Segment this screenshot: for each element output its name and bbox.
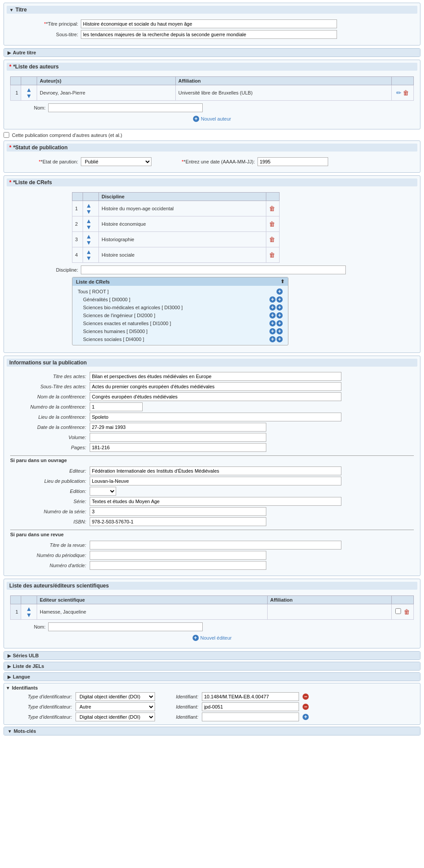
- date-conference-input[interactable]: [90, 423, 266, 432]
- editeur-up-btn[interactable]: ▲: [26, 606, 32, 612]
- editeur-delete-icon[interactable]: 🗑: [404, 608, 410, 615]
- titre-actes-input[interactable]: [90, 372, 341, 381]
- serie-label: Série:: [10, 499, 90, 504]
- crefs-add-di4000-btn[interactable]: +: [269, 336, 276, 342]
- crefs-down-btn[interactable]: ▼: [86, 255, 92, 261]
- crefs-up-btn[interactable]: ▲: [86, 218, 92, 224]
- langue-header[interactable]: Langue: [4, 673, 420, 681]
- etat-select[interactable]: Publié Non publié En cours: [81, 157, 151, 166]
- crefs-down-btn[interactable]: ▼: [86, 224, 92, 230]
- autre-titre-header[interactable]: Autre titre: [4, 49, 420, 57]
- pages-label: Pages:: [10, 445, 90, 450]
- editeur-check[interactable]: [395, 608, 401, 614]
- auteur-edit-icon[interactable]: ✏: [396, 89, 401, 96]
- crefs-down-btn[interactable]: ▼: [86, 239, 92, 246]
- crefs-add2-di5000-btn[interactable]: +: [276, 328, 283, 334]
- mots-cles-header[interactable]: Mots-clés: [4, 727, 420, 735]
- list-item: Sciences sociales [ DI4000 ] + +: [76, 335, 284, 343]
- edition-select[interactable]: [90, 487, 116, 496]
- crefs-up-btn[interactable]: ▲: [86, 249, 92, 255]
- auteur-nom-input[interactable]: [48, 103, 203, 112]
- volume-input[interactable]: [90, 433, 266, 442]
- auteurs-section: * *Liste des auteurs Auteur(s) Affiliati…: [4, 60, 420, 129]
- crefs-up-btn[interactable]: ▲: [86, 202, 92, 208]
- jels-label: Liste de JELs: [13, 663, 44, 669]
- pages-input[interactable]: [90, 443, 266, 452]
- crefs-tree-btns: + +: [269, 304, 283, 311]
- numero-serie-label: Numéro de la série:: [10, 509, 90, 514]
- auteur-up-btn[interactable]: ▲: [26, 87, 32, 93]
- auteurs-col-actions: [392, 77, 414, 85]
- crefs-add2-di2000-btn[interactable]: +: [276, 312, 283, 318]
- lieu-pub-input[interactable]: [90, 477, 341, 485]
- nouvel-editeur-button[interactable]: + Nouvel éditeur: [191, 634, 234, 642]
- numero-serie-input[interactable]: [90, 507, 266, 516]
- nouvel-auteur-label: Nouvel auteur: [201, 116, 231, 121]
- id-value-label-1: Identifiant:: [159, 694, 198, 699]
- list-item: Sciences de l'ingénieur [ DI2000 ] + +: [76, 311, 284, 319]
- crefs-add2-di3000-btn[interactable]: +: [276, 304, 283, 311]
- crefs-down-btn[interactable]: ▼: [86, 208, 92, 215]
- auteur-delete-icon[interactable]: 🗑: [403, 89, 409, 96]
- crefs-delete-icon[interactable]: 🗑: [269, 236, 275, 243]
- jels-header[interactable]: Liste de JELs: [4, 662, 420, 670]
- editeur-down-btn[interactable]: ▼: [26, 612, 32, 618]
- crefs-add-root-btn[interactable]: +: [276, 288, 283, 295]
- id-value-input-2[interactable]: [202, 702, 299, 711]
- infos-section-title: Informations sur la publication: [7, 359, 417, 367]
- table-row: 3 ▲ ▼ Historiographie 🗑: [72, 232, 280, 247]
- titre-revue-input[interactable]: [90, 541, 341, 550]
- id-value-input-3[interactable]: [202, 713, 299, 721]
- crefs-panel-collapse-icon[interactable]: ⬆: [280, 279, 284, 284]
- id-remove-btn-2[interactable]: −: [303, 704, 309, 710]
- crefs-row-num: 3: [72, 232, 83, 247]
- lieu-conference-input[interactable]: [90, 413, 341, 421]
- langue-section: Langue: [4, 672, 420, 681]
- langue-label: Langue: [13, 674, 30, 679]
- auteur-down-btn[interactable]: ▼: [26, 93, 32, 99]
- serie-input[interactable]: [90, 497, 341, 506]
- nouvel-editeur-plus-icon: +: [193, 635, 199, 641]
- date-input[interactable]: [257, 157, 328, 166]
- id-remove-btn-1[interactable]: −: [303, 694, 309, 700]
- numero-periodique-input[interactable]: [90, 551, 266, 560]
- id-type-select-3[interactable]: Digital object identifier (DOI) Autre: [76, 713, 155, 721]
- titre-collapse-icon[interactable]: [9, 8, 14, 12]
- crefs-delete-icon[interactable]: 🗑: [269, 251, 275, 258]
- id-add-btn-3[interactable]: +: [303, 714, 309, 720]
- id-type-select-1[interactable]: Digital object identifier (DOI) Autre: [76, 692, 155, 701]
- editeur-nom-input[interactable]: [48, 622, 203, 631]
- crefs-up-btn[interactable]: ▲: [86, 233, 92, 239]
- crefs-add-di3000-btn[interactable]: +: [269, 304, 276, 311]
- id-value-input-1[interactable]: [202, 692, 299, 701]
- crefs-tree-btns: + +: [269, 312, 283, 318]
- crefs-add2-di0000-btn[interactable]: +: [276, 296, 283, 303]
- crefs-add-di0000-btn[interactable]: +: [269, 296, 276, 303]
- titre-principal-input[interactable]: [81, 19, 337, 28]
- crefs-delete-icon[interactable]: 🗑: [269, 220, 275, 227]
- numero-article-input[interactable]: [90, 561, 266, 570]
- isbn-input[interactable]: [90, 517, 266, 526]
- identifiants-collapse-icon[interactable]: [6, 686, 10, 690]
- editeur-input[interactable]: [90, 466, 341, 475]
- discipline-input[interactable]: [81, 265, 346, 274]
- nom-conference-input[interactable]: [90, 392, 341, 401]
- nouvel-auteur-button[interactable]: + Nouvel auteur: [191, 115, 233, 123]
- crefs-delete-icon[interactable]: 🗑: [269, 205, 275, 212]
- series-ulb-header[interactable]: Séries ULB: [4, 652, 420, 660]
- other-authors-checkbox[interactable]: [4, 132, 9, 138]
- crefs-add-di2000-btn[interactable]: +: [269, 312, 276, 318]
- crefs-add2-di1000-btn[interactable]: +: [276, 320, 283, 326]
- sous-titre-input[interactable]: [81, 30, 337, 39]
- crefs-add2-di4000-btn[interactable]: +: [276, 336, 283, 342]
- crefs-add-di1000-btn[interactable]: +: [269, 320, 276, 326]
- crefs-tree-item-di3000: Sciences bio-médicales et agricoles [ DI…: [83, 305, 269, 310]
- sous-titre-actes-input[interactable]: [90, 382, 341, 391]
- infos-section: Informations sur la publication Titre de…: [4, 356, 420, 576]
- id-type-select-2[interactable]: Autre Digital object identifier (DOI): [76, 702, 155, 711]
- crefs-tree-item-di4000: Sciences sociales [ DI4000 ]: [83, 337, 269, 342]
- numero-conference-input[interactable]: [90, 402, 143, 411]
- crefs-add-di5000-btn[interactable]: +: [269, 328, 276, 334]
- nom-conference-label: Nom de la conférence:: [10, 394, 90, 399]
- list-item: Généralités [ DI0000 ] + +: [76, 296, 284, 303]
